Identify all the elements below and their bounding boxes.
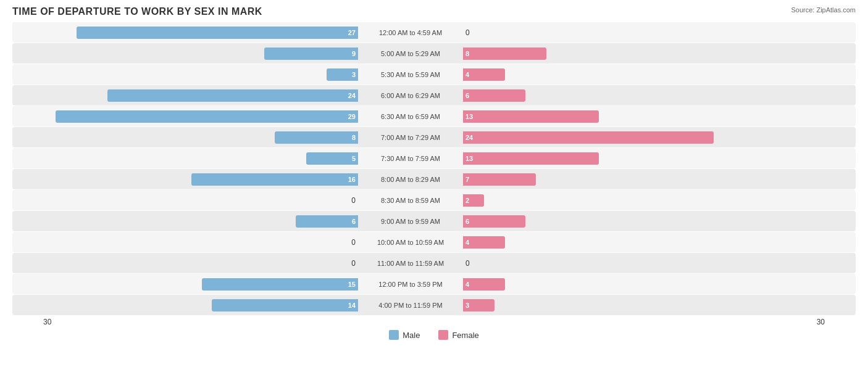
left-bar-area: 27: [12, 27, 358, 39]
female-bar-label: 8: [463, 50, 472, 57]
legend-male-label: Male: [403, 331, 420, 340]
chart-row: 5 7:30 AM to 7:59 AM 13: [12, 148, 856, 168]
axis-left: 30: [43, 318, 51, 326]
female-bar-label: 13: [463, 155, 475, 162]
female-bar-label: 24: [463, 134, 475, 141]
legend: Male Female: [12, 330, 856, 340]
male-bar-label: 29: [346, 113, 358, 120]
female-bar: 4: [463, 68, 505, 81]
right-bar-area: 13: [463, 110, 809, 123]
left-bar-area: 0: [12, 238, 358, 247]
female-bar: 13: [463, 110, 599, 123]
female-bar: 2: [463, 194, 484, 207]
male-bar-label: 16: [346, 176, 358, 183]
female-bar-label: 3: [463, 302, 472, 309]
female-bar-label: 7: [463, 176, 472, 183]
male-bar: 14: [212, 299, 358, 311]
right-bar-area: 4: [463, 236, 809, 249]
left-bar-area: 5: [12, 152, 358, 165]
right-bar-area: 2: [463, 194, 809, 207]
chart-row: 3 5:30 AM to 5:59 AM 4: [12, 64, 856, 85]
chart-row: 9 5:00 AM to 5:29 AM 8: [12, 43, 856, 64]
male-bar-label: 5: [349, 155, 358, 162]
time-label: 12:00 AM to 4:59 AM: [358, 29, 463, 36]
chart-row: 29 6:30 AM to 6:59 AM 13: [12, 106, 856, 126]
left-bar-area: 29: [12, 110, 358, 123]
male-outside-label: 0: [351, 259, 356, 268]
right-bar-area: 4: [463, 278, 809, 291]
female-bar: 13: [463, 152, 599, 165]
chart-row: 0 10:00 AM to 10:59 AM 4: [12, 232, 856, 252]
male-bar: 29: [56, 110, 358, 123]
time-label: 7:30 AM to 7:59 AM: [358, 155, 463, 162]
female-bar: 3: [463, 299, 495, 311]
male-bar: 6: [296, 215, 358, 228]
chart-row: 6 9:00 AM to 9:59 AM 6: [12, 211, 856, 231]
male-bar-label: 14: [346, 302, 358, 309]
legend-female-box: [438, 330, 448, 340]
time-label: 9:00 AM to 9:59 AM: [358, 218, 463, 225]
female-bar-label: 4: [463, 281, 472, 288]
female-bar-label: 4: [463, 239, 472, 246]
male-bar-label: 24: [346, 92, 358, 99]
left-bar-area: 6: [12, 215, 358, 228]
right-bar-area: 13: [463, 152, 809, 165]
male-bar: 8: [275, 131, 358, 144]
chart-title: TIME OF DEPARTURE TO WORK BY SEX IN MARK: [12, 6, 856, 17]
legend-female-label: Female: [452, 331, 478, 340]
male-bar: 5: [306, 152, 358, 165]
left-bar-area: 14: [12, 299, 358, 311]
right-bar-area: 0: [463, 259, 809, 268]
male-bar-label: 27: [346, 29, 358, 36]
left-bar-area: 3: [12, 68, 358, 81]
female-bar-label: 13: [463, 113, 475, 120]
time-label: 4:00 PM to 11:59 PM: [358, 302, 463, 309]
female-bar: 4: [463, 236, 505, 249]
time-label: 8:00 AM to 8:29 AM: [358, 176, 463, 183]
time-label: 12:00 PM to 3:59 PM: [358, 281, 463, 288]
left-bar-area: 16: [12, 173, 358, 186]
chart-row: 0 11:00 AM to 11:59 AM 0: [12, 253, 856, 273]
male-bar-label: 9: [349, 50, 358, 57]
male-bar: 15: [202, 278, 358, 291]
right-bar-area: 7: [463, 173, 809, 186]
female-bar-label: 6: [463, 218, 472, 225]
time-label: 11:00 AM to 11:59 AM: [358, 260, 463, 267]
right-bar-area: 6: [463, 89, 809, 102]
left-bar-area: 15: [12, 278, 358, 291]
time-label: 7:00 AM to 7:29 AM: [358, 134, 463, 141]
female-bar-label: 4: [463, 71, 472, 78]
right-bar-area: 24: [463, 131, 809, 144]
legend-male-box: [389, 330, 399, 340]
right-bar-area: 0: [463, 28, 809, 37]
chart-row: 24 6:00 AM to 6:29 AM 6: [12, 85, 856, 105]
right-bar-area: 3: [463, 299, 809, 311]
time-label: 5:00 AM to 5:29 AM: [358, 50, 463, 57]
left-bar-area: 24: [12, 89, 358, 102]
female-bar-label: 6: [463, 92, 472, 99]
axis-labels: 30 30: [12, 318, 856, 326]
male-bar: 27: [77, 27, 358, 39]
male-bar: 9: [264, 47, 358, 60]
chart-row: 27 12:00 AM to 4:59 AM 0: [12, 22, 856, 43]
chart-area: 27 12:00 AM to 4:59 AM 0 9 5:00 AM to 5:…: [12, 22, 856, 315]
male-bar: 3: [327, 68, 358, 81]
male-outside-label: 0: [351, 196, 356, 205]
chart-row: 15 12:00 PM to 3:59 PM 4: [12, 274, 856, 294]
right-bar-area: 6: [463, 215, 809, 228]
female-bar: 24: [463, 131, 714, 144]
time-label: 6:30 AM to 6:59 AM: [358, 113, 463, 120]
male-bar-label: 8: [349, 134, 358, 141]
axis-right: 30: [817, 318, 825, 326]
source-label: Source: ZipAtlas.com: [791, 6, 856, 14]
time-label: 6:00 AM to 6:29 AM: [358, 92, 463, 99]
female-outside-label: 0: [465, 259, 470, 268]
time-label: 8:30 AM to 8:59 AM: [358, 197, 463, 204]
female-bar: 8: [463, 47, 546, 60]
chart-row: 0 8:30 AM to 8:59 AM 2: [12, 190, 856, 210]
chart-row: 16 8:00 AM to 8:29 AM 7: [12, 169, 856, 189]
female-bar-label: 2: [463, 197, 472, 204]
right-bar-area: 8: [463, 47, 809, 60]
chart-row: 8 7:00 AM to 7:29 AM 24: [12, 127, 856, 147]
male-bar-label: 3: [349, 71, 358, 78]
